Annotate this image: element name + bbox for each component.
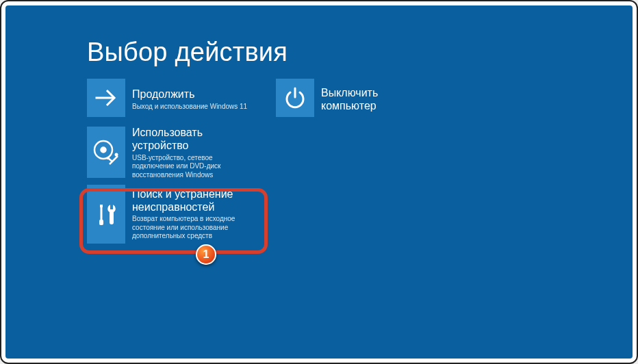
annotation-number: 1 <box>203 248 209 261</box>
svg-rect-10 <box>99 220 103 225</box>
screenshot-frame: Выбор действия Продолжить Выход и исполь… <box>0 0 638 364</box>
tile-label: Поиск и устранение неисправностей <box>132 188 252 214</box>
svg-rect-6 <box>107 157 110 159</box>
tile-row: Продолжить Выход и использование Windows… <box>87 79 566 121</box>
tile-label: Выключить компьютер <box>321 87 396 113</box>
svg-rect-8 <box>100 205 103 207</box>
tile-continue[interactable]: Продолжить Выход и использование Windows… <box>87 79 261 121</box>
tile-label: Продолжить <box>132 88 261 101</box>
disc-usb-icon <box>87 127 125 178</box>
svg-point-3 <box>101 147 106 152</box>
tile-text: Использовать устройство USB-устройство, … <box>125 127 261 179</box>
svg-point-7 <box>115 153 118 156</box>
tile-text: Выключить компьютер <box>314 79 450 121</box>
tile-desc: Возврат компьютера в исходное состояние … <box>132 215 252 241</box>
tile-shutdown[interactable]: Выключить компьютер <box>276 79 450 121</box>
page-title: Выбор действия <box>87 38 288 67</box>
tile-text: Продолжить Выход и использование Windows… <box>125 79 261 121</box>
power-icon <box>276 79 314 117</box>
recovery-environment-screen: Выбор действия Продолжить Выход и исполь… <box>5 5 633 359</box>
tile-use-device[interactable]: Использовать устройство USB-устройство, … <box>87 127 261 179</box>
arrow-right-icon <box>87 79 125 117</box>
svg-rect-11 <box>110 205 113 209</box>
annotation-badge-1: 1 <box>196 244 216 265</box>
tile-text: Поиск и устранение неисправностей Возвра… <box>125 185 261 244</box>
tile-desc: Выход и использование Windows 11 <box>132 103 261 112</box>
tile-desc: USB-устройство, сетевое подключение или … <box>132 154 248 180</box>
tile-label: Использовать устройство <box>132 127 261 153</box>
tile-troubleshoot[interactable]: Поиск и устранение неисправностей Возвра… <box>87 185 261 244</box>
tile-row: Использовать устройство USB-устройство, … <box>87 127 566 179</box>
tiles-grid: Продолжить Выход и использование Windows… <box>87 79 566 249</box>
tile-row: Поиск и устранение неисправностей Возвра… <box>87 185 566 244</box>
wrench-screwdriver-icon <box>87 185 125 244</box>
